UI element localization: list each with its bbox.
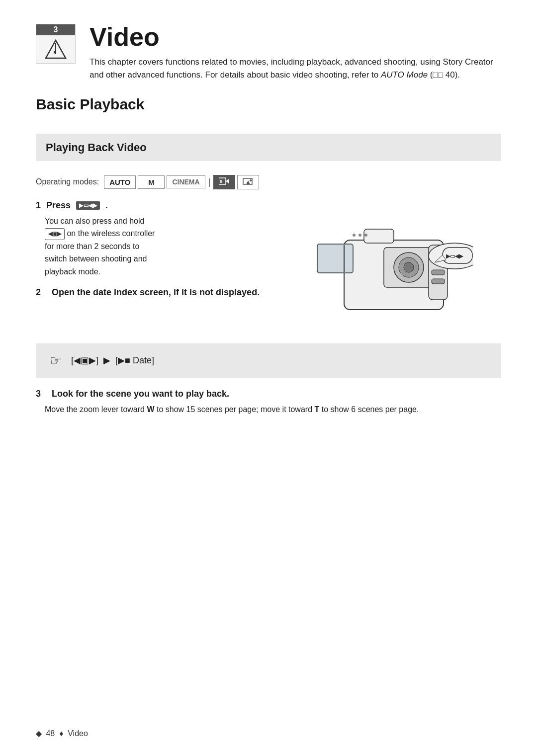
mode-separator-1: | <box>208 177 211 187</box>
step-1-body: You can also press and hold ◀▣▶ on the w… <box>45 215 294 278</box>
step-1-label: Press <box>44 200 73 211</box>
mode-cinema: CINEMA <box>167 175 205 188</box>
svg-rect-4 <box>219 178 226 184</box>
chapter-header: 3 Video This chapter covers functions re… <box>36 24 501 82</box>
svg-marker-5 <box>226 179 229 183</box>
footer-label: Video <box>68 729 88 738</box>
footer-page-number: 48 <box>46 729 55 738</box>
svg-rect-18 <box>317 244 353 273</box>
chapter-icon-graphic <box>43 38 69 63</box>
chapter-icon: 3 <box>36 24 76 64</box>
subsection-title: Playing Back Video <box>46 141 491 154</box>
step-2-number: 2 <box>36 287 41 298</box>
step-1-period: . <box>103 200 108 211</box>
operating-modes-label: Operating modes: <box>36 177 99 186</box>
callout-box: ☞ [◀▣▶] ▶ [▶■ Date] <box>36 343 501 378</box>
step-1-heading: 1 Press ▶▭◀▶ . <box>36 200 294 211</box>
svg-point-10 <box>250 179 252 181</box>
svg-point-15 <box>404 262 414 272</box>
chapter-title: Video <box>90 24 501 50</box>
step-3: 3 Look for the scene you want to play ba… <box>36 389 501 416</box>
mode-photo <box>237 175 259 189</box>
callout-content: [◀▣▶] ▶ [▶■ Date] <box>71 355 154 366</box>
chapter-number: 3 <box>36 24 75 35</box>
callout-finger-icon: ☞ <box>50 352 62 369</box>
step-3-heading: 3 Look for the scene you want to play ba… <box>36 389 501 399</box>
step-2-label: Open the date index screen, if it is not… <box>52 287 260 298</box>
page: 3 Video This chapter covers functions re… <box>0 0 537 756</box>
step-3-body: Move the zoom lever toward W to show 15 … <box>45 403 501 416</box>
svg-marker-9 <box>246 180 250 184</box>
subsection-box: Playing Back Video <box>36 134 501 161</box>
steps-container: 1 Press ▶▭◀▶ . You can also press and ho… <box>36 200 501 335</box>
svg-point-23 <box>353 234 356 237</box>
step-2-heading: 2 Open the date index screen, if it is n… <box>36 287 294 298</box>
step-3-number: 3 <box>36 389 41 399</box>
svg-point-24 <box>358 234 361 237</box>
mode-m: M <box>138 175 165 189</box>
step-1-number: 1 <box>36 200 41 211</box>
operating-modes-row: Operating modes: AUTO M CINEMA | <box>36 175 501 189</box>
svg-rect-22 <box>432 279 445 284</box>
section-heading: Basic Playback <box>36 96 501 113</box>
step-1-button-icon: ▶▭◀▶ <box>76 201 100 210</box>
step-3-label: Look for the scene you want to play back… <box>52 389 229 399</box>
camera-illustration: ▶▭◀▶ <box>304 195 473 335</box>
step-1: 1 Press ▶▭◀▶ . You can also press and ho… <box>36 200 294 278</box>
footer-bullet: ◆ <box>36 729 42 738</box>
chapter-title-block: Video This chapter covers functions rela… <box>90 24 501 82</box>
svg-point-25 <box>364 234 367 237</box>
page-footer: ◆ 48 ♦ Video <box>36 729 88 738</box>
svg-rect-21 <box>432 270 445 275</box>
steps-text: 1 Press ▶▭◀▶ . You can also press and ho… <box>36 200 294 335</box>
mode-auto: AUTO <box>104 175 136 189</box>
chapter-description: This chapter covers functions related to… <box>90 56 497 82</box>
svg-rect-16 <box>364 229 394 243</box>
step-2: 2 Open the date index screen, if it is n… <box>36 287 294 298</box>
svg-text:▶▭◀▶: ▶▭◀▶ <box>446 253 464 259</box>
step-1-controller-button: ◀▣▶ <box>45 228 65 240</box>
mode-playback <box>213 175 235 189</box>
section-divider <box>36 125 501 125</box>
camera-illustration-container: ▶▭◀▶ <box>294 195 483 335</box>
